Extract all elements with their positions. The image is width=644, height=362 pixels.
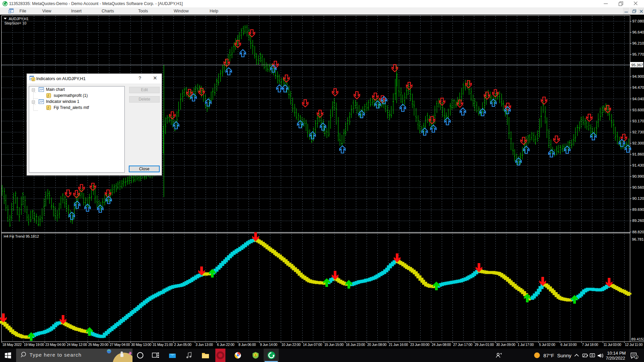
svg-text:21 Jun 16:00: 21 Jun 16:00 xyxy=(389,343,408,347)
svg-text:12 Jul 11:00: 12 Jul 11:00 xyxy=(625,343,643,347)
svg-text:94.470: 94.470 xyxy=(632,85,644,89)
svg-text:AUDJPY,H1: AUDJPY,H1 xyxy=(9,17,29,21)
svg-text:88.820: 88.820 xyxy=(632,230,644,234)
svg-text:90.560: 90.560 xyxy=(632,185,644,189)
svg-text:89.690: 89.690 xyxy=(632,207,644,212)
svg-text:1 Jul 17:00: 1 Jul 17:00 xyxy=(518,343,534,347)
svg-text:8 Jun 06:00: 8 Jun 06:00 xyxy=(238,343,256,347)
svg-text:2 Jun 05:00: 2 Jun 05:00 xyxy=(174,343,192,347)
svg-text:StepSize= 10: StepSize= 10 xyxy=(4,21,26,25)
svg-text:89.260: 89.260 xyxy=(632,219,644,223)
svg-text:96.640: 96.640 xyxy=(632,30,644,34)
svg-text:24 May 12:00: 24 May 12:00 xyxy=(67,343,87,347)
svg-text:93.170: 93.170 xyxy=(632,119,644,123)
svg-text:93.600: 93.600 xyxy=(632,108,644,112)
svg-text:23 May 04:00: 23 May 04:00 xyxy=(45,343,65,347)
svg-text:18 May 2022: 18 May 2022 xyxy=(2,343,22,347)
svg-text:3 Jun 13:00: 3 Jun 13:00 xyxy=(196,343,213,347)
svg-text:27 Jun 17:00: 27 Jun 17:00 xyxy=(453,343,473,347)
svg-text:90.120: 90.120 xyxy=(632,196,644,200)
svg-text:95.770: 95.770 xyxy=(632,52,644,56)
svg-text:14 Jun 07:00: 14 Jun 07:00 xyxy=(303,343,322,347)
svg-text:24 Jun 08:00: 24 Jun 08:00 xyxy=(432,343,451,347)
svg-text:$: $ xyxy=(255,354,257,357)
svg-text:97.080: 97.080 xyxy=(632,19,644,23)
svg-text:29 Jun 01:00: 29 Jun 01:00 xyxy=(475,343,494,347)
svg-text:90.990: 90.990 xyxy=(632,174,644,178)
svg-text:25 May 20:00: 25 May 20:00 xyxy=(88,343,108,347)
svg-text:30 Jun 09:00: 30 Jun 09:00 xyxy=(496,343,516,347)
svg-text:1: 1 xyxy=(636,356,637,359)
svg-text:H4 Fiji Trend 95.1812: H4 Fiji Trend 95.1812 xyxy=(4,234,39,238)
svg-text:96.7816: 96.7816 xyxy=(632,237,644,241)
svg-text:94.900: 94.900 xyxy=(632,74,644,78)
svg-text:31 May 21:00: 31 May 21:00 xyxy=(153,343,173,347)
svg-text:95.367: 95.367 xyxy=(631,63,643,67)
svg-text:92.730: 92.730 xyxy=(632,130,644,134)
svg-text:5 Jul 02:00: 5 Jul 02:00 xyxy=(539,343,555,347)
svg-text:92.300: 92.300 xyxy=(632,141,644,145)
svg-text:23 Jun 00:00: 23 Jun 00:00 xyxy=(410,343,430,347)
svg-text:15 Jun 15:00: 15 Jun 15:00 xyxy=(324,343,344,347)
svg-text:30 May 13:00: 30 May 13:00 xyxy=(131,343,151,347)
svg-text:6 Jul 10:00: 6 Jul 10:00 xyxy=(560,343,577,347)
svg-text:10 Jun 22:00: 10 Jun 22:00 xyxy=(281,343,301,347)
svg-text:11 Jul 03:00: 11 Jul 03:00 xyxy=(603,343,621,347)
svg-text:89.4152: 89.4152 xyxy=(631,337,644,341)
svg-text:94.040: 94.040 xyxy=(632,97,644,101)
svg-text:91.860: 91.860 xyxy=(632,152,644,156)
svg-text:96.210: 96.210 xyxy=(632,41,644,45)
svg-text:27 May 04:00: 27 May 04:00 xyxy=(110,343,130,347)
svg-text:19 May 19:00: 19 May 19:00 xyxy=(24,343,44,347)
svg-text:9 Jun 14:00: 9 Jun 14:00 xyxy=(260,343,277,347)
svg-text:6 Jun 22:00: 6 Jun 22:00 xyxy=(217,343,234,347)
svg-text:16 Jun 23:00: 16 Jun 23:00 xyxy=(346,343,365,347)
svg-text:7 Jul 18:00: 7 Jul 18:00 xyxy=(582,343,598,347)
svg-text:20 Jun 08:00: 20 Jun 08:00 xyxy=(367,343,387,347)
svg-text:91.430: 91.430 xyxy=(632,163,644,167)
